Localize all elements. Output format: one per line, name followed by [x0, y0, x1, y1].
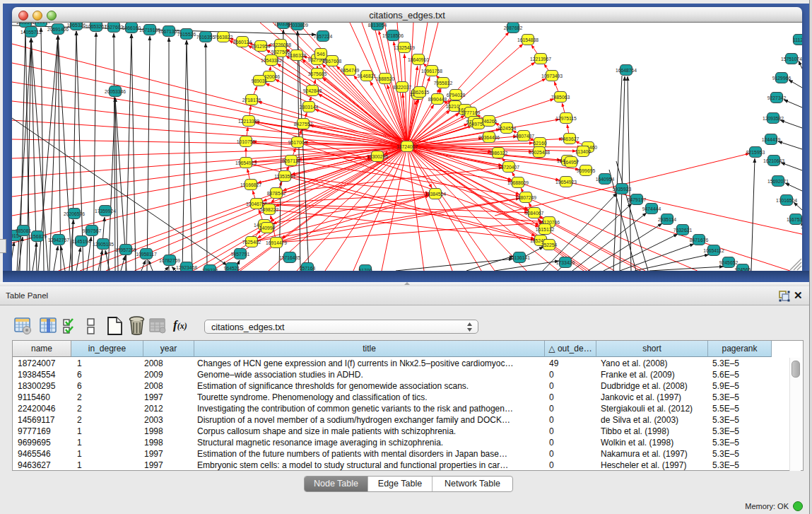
- svg-text:18724007: 18724007: [396, 144, 418, 149]
- svg-text:9463627: 9463627: [560, 136, 579, 141]
- svg-text:2718176: 2718176: [242, 98, 261, 103]
- svg-text:2803144: 2803144: [300, 105, 319, 110]
- svg-text:8990448: 8990448: [428, 97, 447, 102]
- svg-text:9146821: 9146821: [358, 74, 377, 78]
- svg-text:8267110: 8267110: [282, 158, 300, 163]
- svg-text:18807249: 18807249: [515, 195, 536, 200]
- svg-text:20691406: 20691406: [47, 27, 69, 32]
- svg-text:9517004: 9517004: [288, 140, 307, 145]
- svg-text:16154838: 16154838: [517, 37, 539, 42]
- svg-text:10961758: 10961758: [421, 69, 442, 74]
- svg-text:1588520: 1588520: [376, 76, 395, 81]
- svg-text:10719185: 10719185: [139, 28, 160, 33]
- svg-text:8454749: 8454749: [341, 68, 360, 73]
- svg-text:12093582: 12093582: [763, 116, 784, 121]
- svg-text:7485063: 7485063: [551, 95, 570, 100]
- svg-text:5498222: 5498222: [260, 207, 279, 212]
- svg-text:8813054: 8813054: [368, 23, 387, 28]
- svg-text:7986322: 7986322: [489, 151, 508, 156]
- svg-text:19218506: 19218506: [382, 33, 404, 38]
- svg-text:11123: 11123: [793, 37, 802, 42]
- svg-text:1010755: 1010755: [237, 139, 256, 144]
- svg-text:1156829: 1156829: [28, 234, 47, 239]
- svg-text:7357224: 7357224: [314, 34, 333, 39]
- svg-text:19654923: 19654923: [555, 180, 577, 185]
- svg-text:252254: 252254: [541, 243, 558, 247]
- svg-text:7625402: 7625402: [242, 240, 261, 245]
- svg-text:20053346: 20053346: [105, 89, 126, 94]
- svg-text:20364436: 20364436: [478, 135, 500, 140]
- svg-text:140994: 140994: [259, 226, 276, 230]
- svg-text:19166827: 19166827: [240, 182, 261, 187]
- svg-text:113400: 113400: [575, 149, 591, 154]
- svg-text:10688609: 10688609: [507, 180, 529, 185]
- svg-text:15136141: 15136141: [509, 255, 530, 260]
- svg-text:10973493: 10973493: [541, 74, 563, 78]
- svg-text:12213389: 12213389: [238, 119, 259, 124]
- svg-text:10543382: 10543382: [261, 58, 282, 63]
- svg-text:20206576: 20206576: [64, 211, 85, 216]
- svg-text:17359924: 17359924: [95, 209, 116, 214]
- svg-text:10807487: 10807487: [513, 134, 534, 139]
- svg-text:1167534: 1167534: [787, 217, 802, 222]
- svg-text:2935114: 2935114: [658, 217, 676, 222]
- svg-text:15716485: 15716485: [279, 255, 300, 260]
- svg-text:8660124: 8660124: [233, 40, 252, 45]
- svg-text:10653267: 10653267: [86, 24, 107, 29]
- svg-text:1527602: 1527602: [105, 25, 124, 30]
- svg-text:9457791: 9457791: [231, 252, 250, 257]
- svg-text:2087682: 2087682: [504, 25, 523, 30]
- svg-text:7616355: 7616355: [196, 35, 216, 40]
- svg-text:164957: 164957: [563, 160, 579, 165]
- svg-text:13325419: 13325419: [394, 45, 415, 50]
- svg-text:8878542: 8878542: [267, 191, 286, 196]
- svg-text:9397567: 9397567: [83, 228, 102, 233]
- svg-text:16914479: 16914479: [266, 240, 287, 245]
- svg-text:9777169: 9777169: [461, 110, 481, 115]
- svg-text:7515526: 7515526: [177, 32, 196, 37]
- svg-text:5935923: 5935923: [613, 187, 632, 192]
- svg-text:16648764: 16648764: [616, 68, 637, 73]
- svg-text:1065326: 1065326: [67, 23, 86, 28]
- svg-text:18300295: 18300295: [367, 154, 388, 159]
- svg-text:6479197: 6479197: [628, 197, 647, 202]
- svg-text:9699695: 9699695: [577, 168, 596, 173]
- svg-text:1733426: 1733426: [556, 260, 575, 265]
- svg-text:8912954: 8912954: [252, 44, 271, 49]
- svg-text:9227342: 9227342: [767, 95, 787, 100]
- svg-text:16671355: 16671355: [158, 29, 180, 34]
- svg-text:12923468: 12923468: [176, 265, 197, 270]
- svg-text:1615132: 1615132: [536, 227, 555, 232]
- svg-text:15720407: 15720407: [498, 165, 519, 170]
- svg-text:8471676: 8471676: [690, 238, 709, 243]
- svg-text:9474444: 9474444: [642, 206, 661, 211]
- svg-text:6794028: 6794028: [447, 93, 466, 98]
- svg-text:10654112: 10654112: [703, 248, 724, 253]
- svg-text:12975115: 12975115: [555, 116, 577, 121]
- svg-text:1145194: 1145194: [72, 239, 90, 244]
- svg-text:11353594: 11353594: [274, 174, 295, 179]
- svg-text:14055712: 14055712: [20, 30, 42, 35]
- svg-text:9129966: 9129966: [772, 76, 792, 81]
- svg-text:12942757: 12942757: [48, 238, 69, 243]
- svg-text:7632621: 7632621: [673, 228, 693, 233]
- svg-text:2069140: 2069140: [32, 23, 51, 24]
- svg-text:8822037: 8822037: [393, 85, 412, 90]
- svg-text:1244419: 1244419: [762, 137, 781, 142]
- svg-text:12213967: 12213967: [530, 57, 551, 62]
- svg-text:3624554: 3624554: [498, 126, 517, 131]
- svg-text:19654923: 19654923: [235, 160, 257, 165]
- svg-text:19384554: 19384554: [425, 192, 446, 197]
- svg-text:9245652: 9245652: [719, 260, 739, 265]
- svg-text:1362615: 1362615: [411, 90, 430, 95]
- svg-text:15751074: 15751074: [781, 57, 802, 62]
- svg-text:7663822: 7663822: [214, 35, 233, 40]
- svg-text:15692071: 15692071: [767, 179, 789, 184]
- svg-text:964521: 964521: [224, 266, 240, 271]
- svg-text:1640954: 1640954: [596, 177, 615, 182]
- svg-text:7955812: 7955812: [434, 81, 453, 86]
- svg-text:746266: 746266: [481, 119, 498, 124]
- svg-text:16210643: 16210643: [763, 158, 784, 163]
- svg-text:3675685: 3675685: [308, 71, 327, 76]
- svg-text:8427552: 8427552: [294, 122, 313, 127]
